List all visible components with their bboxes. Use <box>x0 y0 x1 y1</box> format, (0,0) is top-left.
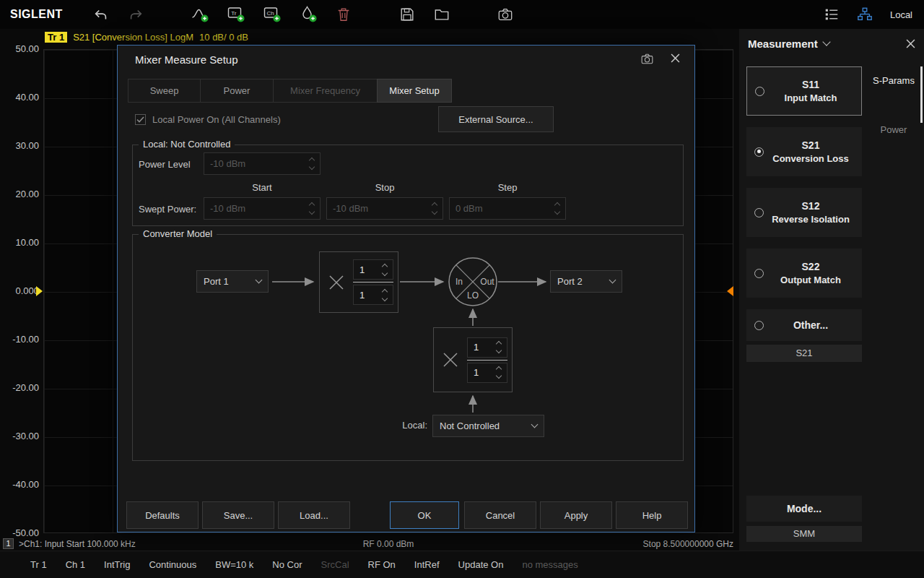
fraction-divider <box>467 360 507 361</box>
spinner-arrows[interactable] <box>308 158 316 169</box>
status-trace[interactable]: Tr 1 <box>30 559 47 570</box>
recall-folder-icon[interactable] <box>434 7 450 22</box>
lo-multiplier-denominator-input[interactable]: 1 <box>467 363 507 383</box>
trace-header: Tr 1 S21 [Conversion Loss] LogM 10 dB/ 0… <box>45 32 248 43</box>
reference-marker-right[interactable] <box>727 286 733 296</box>
measurement-item-s12[interactable]: S12 Reverse Isolation <box>746 188 862 237</box>
status-update[interactable]: Update On <box>458 559 504 570</box>
load-button[interactable]: Load... <box>278 501 350 529</box>
radio-icon[interactable] <box>754 208 764 217</box>
system-settings-icon[interactable] <box>824 7 840 22</box>
trace-delete-icon[interactable] <box>336 7 352 22</box>
save-icon[interactable] <box>399 7 415 22</box>
trace-math-add-icon[interactable] <box>191 6 209 23</box>
save-button[interactable]: Save... <box>202 501 274 529</box>
undo-icon[interactable] <box>93 7 109 22</box>
panel-title[interactable]: Measurement <box>748 38 818 50</box>
status-reference[interactable]: IntRef <box>414 559 440 570</box>
y-axis-tick: -30.00 <box>0 431 39 441</box>
spinner-arrows[interactable] <box>494 367 503 378</box>
port1-select[interactable]: Port 1 <box>196 270 269 293</box>
spinner-arrows[interactable] <box>430 203 439 214</box>
cancel-button[interactable]: Cancel <box>464 501 536 529</box>
spinner-arrows[interactable] <box>380 290 389 301</box>
other-measurement-value[interactable]: S21 <box>746 345 862 362</box>
mode-value[interactable]: SMM <box>746 526 862 542</box>
radio-icon[interactable] <box>754 321 764 330</box>
swept-power-start-input[interactable]: -10 dBm <box>204 197 321 220</box>
swept-power-step-input[interactable]: 0 dBm <box>449 197 566 220</box>
local-group: Local: Not Controlled Power Level -10 dB… <box>132 144 684 226</box>
tab-mixer-frequency[interactable]: Mixer Frequency <box>273 79 378 103</box>
column-header-step: Step <box>449 182 566 193</box>
radio-icon[interactable] <box>754 269 764 278</box>
dialog-close-icon[interactable] <box>671 53 680 65</box>
lan-remote-icon[interactable] <box>857 7 873 22</box>
rf-multiplier-denominator-input[interactable]: 1 <box>353 285 393 305</box>
status-correction[interactable]: No Cor <box>272 559 302 570</box>
toolbar-right: Local <box>824 7 912 22</box>
apply-button[interactable]: Apply <box>540 501 612 529</box>
channel-stop-label: Stop 8.500000000 GHz <box>643 539 733 549</box>
spinner-arrows[interactable] <box>308 203 316 214</box>
marker-add-icon[interactable] <box>300 6 317 23</box>
y-axis-tick: -20.00 <box>0 382 39 393</box>
swept-power-stop-input[interactable]: -10 dBm <box>326 197 443 220</box>
spinner-arrows[interactable] <box>494 342 503 353</box>
status-rf[interactable]: RF On <box>368 559 396 570</box>
trace-scale-label[interactable]: 10 dB/ 0 dB <box>199 32 248 43</box>
trace-measure-label[interactable]: S21 [Conversion Loss] LogM <box>73 32 193 43</box>
column-header-stop: Stop <box>326 182 443 193</box>
external-source-button[interactable]: External Source... <box>438 106 554 132</box>
redo-icon[interactable] <box>128 7 144 22</box>
reference-marker-left[interactable] <box>36 286 43 296</box>
multiply-icon <box>441 350 460 369</box>
help-button[interactable]: Help <box>616 501 688 529</box>
measurement-item-s21[interactable]: S21 Conversion Loss <box>746 127 862 176</box>
side-tab-power[interactable]: Power <box>868 124 920 135</box>
trace-add-icon[interactable]: Tr <box>227 6 245 23</box>
status-bandwidth[interactable]: BW=10 k <box>215 559 253 570</box>
power-level-input[interactable]: -10 dBm <box>204 152 321 175</box>
swept-power-label: Swept Power: <box>139 204 196 215</box>
channel-add-icon[interactable]: Ch <box>263 6 281 23</box>
local-power-checkbox[interactable] <box>135 114 146 125</box>
measurement-item-s11[interactable]: S11 Input Match <box>746 66 862 116</box>
status-trigger[interactable]: IntTrig <box>104 559 130 570</box>
measurement-item-other[interactable]: Other... <box>746 309 862 341</box>
mixer-circle-icon <box>449 258 497 306</box>
tab-sweep[interactable]: Sweep <box>128 79 201 103</box>
defaults-button[interactable]: Defaults <box>126 501 199 529</box>
local-power-row: Local Power On (All Channels) <box>135 114 281 125</box>
measurement-item-s22[interactable]: S22 Output Match <box>746 249 862 298</box>
spinner-arrows[interactable] <box>553 203 562 214</box>
chevron-down-icon <box>531 421 539 428</box>
lo-multiplier-box: 1 1 <box>433 327 513 392</box>
radio-icon[interactable] <box>755 87 764 96</box>
lo-multiplier-numerator-input[interactable]: 1 <box>467 337 507 358</box>
status-sweep-mode[interactable]: Continuous <box>149 559 196 570</box>
rf-multiplier-box: 1 1 <box>319 251 398 313</box>
converter-model-title: Converter Model <box>139 228 217 239</box>
ok-button[interactable]: OK <box>390 501 459 529</box>
measurement-panel: Measurement S11 Input Match S21 Conversi… <box>739 29 924 551</box>
tab-power[interactable]: Power <box>200 79 274 103</box>
status-srccal[interactable]: SrcCal <box>321 559 349 570</box>
side-tab-s-params[interactable]: S-Params <box>868 75 920 86</box>
port2-select[interactable]: Port 2 <box>550 270 622 293</box>
tab-mixer-setup[interactable]: Mixer Setup <box>377 79 452 103</box>
panel-close-icon[interactable] <box>906 39 915 48</box>
dialog-screenshot-icon[interactable] <box>640 53 654 67</box>
spinner-arrows[interactable] <box>380 264 389 275</box>
y-axis-tick: -40.00 <box>0 479 39 490</box>
mode-button[interactable]: Mode... <box>746 496 862 522</box>
measurement-panel-header: Measurement <box>739 29 924 58</box>
trace-badge[interactable]: Tr 1 <box>45 32 67 43</box>
screenshot-camera-icon[interactable] <box>497 7 513 22</box>
radio-icon[interactable] <box>754 147 764 157</box>
local-button[interactable]: Local <box>890 9 912 20</box>
chevron-down-icon[interactable] <box>822 38 830 46</box>
rf-multiplier-numerator-input[interactable]: 1 <box>353 259 393 280</box>
status-channel[interactable]: Ch 1 <box>66 559 85 570</box>
local-source-select[interactable]: Not Controlled <box>432 415 544 437</box>
